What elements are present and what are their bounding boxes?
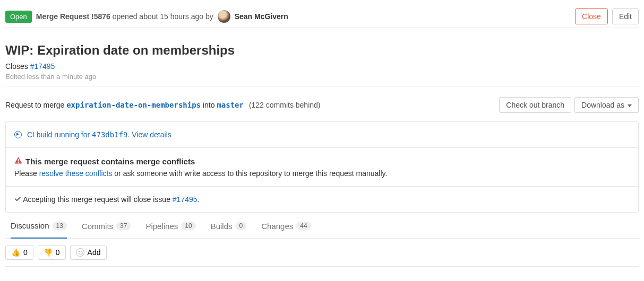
tab-count: 10 (181, 222, 195, 230)
edited-line: Edited less than a minute ago (5, 73, 639, 81)
ci-details: . View details (128, 130, 171, 139)
header-left: Open Merge Request !5876 opened about 15… (5, 10, 575, 23)
add-reaction-button[interactable]: Add (70, 245, 107, 260)
conflict-please: Please (14, 169, 39, 178)
ci-running-icon (14, 131, 22, 138)
status-box: CI build running for 473db1f9. View deta… (5, 121, 639, 213)
merge-prefix: Request to merge (5, 101, 66, 109)
avatar (218, 10, 230, 23)
tab-label: Discussion (11, 221, 49, 230)
accept-issue-link[interactable]: #17495 (173, 195, 198, 204)
header-row: Open Merge Request !5876 opened about 15… (5, 5, 639, 28)
thumbs-up-icon: 👍 (11, 248, 20, 257)
tab-commits[interactable]: Commits 37 (82, 221, 131, 238)
title-block: WIP: Expiration date on memberships Clos… (5, 28, 639, 86)
accept-section: Accepting this merge request will close … (6, 187, 638, 212)
smiley-icon (76, 248, 84, 257)
conflict-title: This merge request contains merge confli… (25, 157, 195, 166)
resolve-conflicts-link[interactable]: resolve these conflicts (39, 169, 113, 178)
tab-builds[interactable]: Builds 0 (211, 221, 247, 238)
merge-actions: Check out branch Download as (499, 97, 639, 113)
merge-row: Request to merge expiration-date-on-memb… (5, 86, 639, 121)
ci-sha: 473db1f9 (92, 130, 127, 139)
tab-changes[interactable]: Changes 44 (261, 221, 311, 238)
tab-discussion[interactable]: Discussion 13 (11, 221, 67, 239)
tab-pipelines[interactable]: Pipelines 10 (145, 221, 195, 238)
edit-button[interactable]: Edit (612, 8, 639, 24)
close-button[interactable]: Close (575, 8, 608, 24)
conflict-section: This merge request contains merge confli… (6, 148, 638, 187)
thumbs-down-button[interactable]: 👎 0 (38, 245, 66, 260)
warning-icon (14, 156, 22, 166)
tab-count: 0 (236, 222, 247, 230)
tab-label: Pipelines (145, 222, 178, 231)
thumbs-up-count: 0 (23, 248, 28, 257)
closes-issue-link[interactable]: #17495 (30, 62, 55, 71)
thumbs-down-icon: 👎 (44, 248, 53, 257)
check-icon (14, 195, 23, 204)
ci-build-link[interactable]: CI build running for 473db1f9. View deta… (27, 130, 171, 139)
add-label: Add (88, 248, 101, 257)
source-branch-link[interactable]: expiration-date-on-memberships (66, 101, 201, 109)
tab-label: Builds (211, 222, 233, 231)
target-branch-link[interactable]: master (217, 101, 244, 109)
header-actions: Close Edit (575, 8, 639, 24)
mr-title: WIP: Expiration date on memberships (5, 43, 639, 58)
merge-into: into (203, 101, 217, 109)
ci-status-section: CI build running for 473db1f9. View deta… (6, 122, 638, 148)
commits-behind: (122 commits behind) (249, 101, 321, 109)
closes-line: Closes #17495 (5, 62, 639, 71)
mr-label: Merge Request !5876 (36, 12, 110, 21)
merge-text: Request to merge expiration-date-on-memb… (5, 101, 499, 109)
tab-label: Commits (82, 222, 113, 231)
mr-breadcrumb: Merge Request !5876 opened about 15 hour… (36, 12, 213, 21)
download-dropdown[interactable]: Download as (574, 97, 639, 113)
conflict-body: Please resolve these conflicts or ask so… (14, 169, 630, 178)
author-link[interactable]: Sean McGivern (235, 12, 288, 21)
tab-count: 37 (116, 222, 131, 230)
closes-prefix: Closes (5, 62, 30, 71)
conflict-title-row: This merge request contains merge confli… (14, 156, 630, 166)
tabs: Discussion 13 Commits 37 Pipelines 10 Bu… (5, 213, 639, 239)
tab-count: 13 (53, 222, 67, 230)
conflict-rest: or ask someone with write access to this… (112, 169, 387, 178)
chevron-down-icon (628, 104, 632, 107)
thumbs-up-button[interactable]: 👍 0 (5, 245, 33, 260)
accept-prefix: Accepting this merge request will close … (23, 195, 173, 204)
status-badge: Open (5, 11, 32, 23)
thumbs-down-count: 0 (56, 248, 60, 257)
download-label: Download as (581, 101, 624, 109)
tab-label: Changes (261, 222, 293, 231)
ci-text: CI build running for (27, 130, 92, 139)
checkout-branch-button[interactable]: Check out branch (499, 97, 571, 113)
reactions-bar: 👍 0 👎 0 Add (5, 239, 639, 267)
accept-suffix: . (198, 195, 200, 204)
tab-count: 44 (296, 222, 311, 230)
mr-meta: opened about 15 hours ago by (113, 12, 213, 21)
